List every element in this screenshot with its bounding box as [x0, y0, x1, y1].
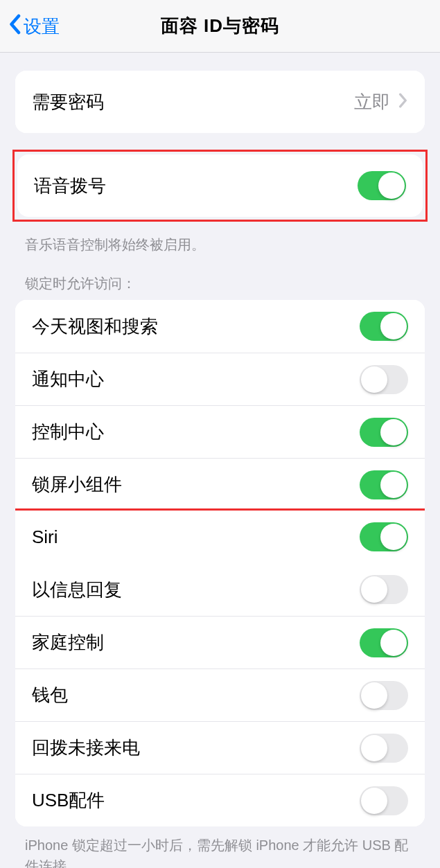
lock-item-label: 以信息回复 — [32, 578, 122, 602]
lock-item-toggle[interactable] — [360, 365, 408, 394]
lock-item-row[interactable]: 通知中心 — [15, 353, 425, 405]
lock-item-toggle[interactable] — [360, 312, 408, 341]
lock-item-label: 今天视图和搜索 — [32, 315, 158, 339]
lock-item-label: 通知中心 — [32, 367, 104, 391]
lock-item-row[interactable]: 以信息回复 — [15, 563, 425, 616]
page-title: 面容 ID与密码 — [161, 14, 279, 38]
lock-item-label: 回拨未接来电 — [32, 736, 140, 760]
navbar: 设置 面容 ID与密码 — [0, 0, 440, 53]
lock-access-group: 今天视图和搜索通知中心控制中心锁屏小组件Siri以信息回复家庭控制钱包回拨未接来… — [15, 300, 425, 826]
lock-item-row[interactable]: USB配件 — [15, 774, 425, 826]
lock-item-label: 控制中心 — [32, 420, 104, 444]
back-button[interactable]: 设置 — [8, 0, 60, 53]
lock-item-toggle[interactable] — [360, 681, 408, 710]
voice-dial-toggle[interactable] — [358, 171, 406, 200]
lock-item-label: 家庭控制 — [32, 630, 104, 655]
lock-item-row[interactable]: 钱包 — [15, 668, 425, 721]
lock-item-toggle[interactable] — [360, 418, 408, 447]
lock-item-label: 锁屏小组件 — [32, 472, 122, 497]
lock-item-label: 钱包 — [32, 683, 68, 707]
lock-item-label: USB配件 — [32, 788, 105, 813]
voice-dial-footer: 音乐语音控制将始终被启用。 — [25, 234, 415, 255]
lock-item-toggle[interactable] — [360, 575, 408, 604]
lock-item-toggle[interactable] — [360, 628, 408, 657]
lock-item-row[interactable]: 锁屏小组件 — [15, 458, 425, 511]
lock-item-toggle[interactable] — [360, 786, 408, 815]
lock-item-label: Siri — [32, 526, 58, 548]
lock-item-row[interactable]: 家庭控制 — [15, 616, 425, 668]
lock-item-row[interactable]: 回拨未接来电 — [15, 721, 425, 774]
usb-footer: iPhone 锁定超过一小时后，需先解锁 iPhone 才能允许 USB 配件连… — [25, 835, 415, 868]
require-passcode-label: 需要密码 — [32, 90, 104, 114]
voice-dial-label: 语音拨号 — [34, 174, 106, 198]
lock-access-header: 锁定时允许访问： — [25, 274, 415, 293]
lock-item-row[interactable]: 今天视图和搜索 — [15, 300, 425, 353]
lock-item-toggle[interactable] — [360, 734, 408, 763]
back-label: 设置 — [24, 15, 60, 39]
chevron-left-icon — [8, 14, 21, 39]
lock-item-row[interactable]: Siri — [15, 511, 425, 563]
lock-item-toggle[interactable] — [360, 522, 408, 551]
require-passcode-row[interactable]: 需要密码 立即 — [15, 71, 425, 133]
lock-item-row[interactable]: 控制中心 — [15, 405, 425, 458]
content: 需要密码 立即 语音拨号 音乐语音控制将始终被 — [0, 71, 440, 868]
require-passcode-group: 需要密码 立即 — [15, 71, 425, 133]
chevron-right-icon — [398, 91, 408, 113]
siri-highlight: Siri — [15, 508, 425, 565]
voice-dial-highlight: 语音拨号 — [15, 145, 425, 226]
voice-dial-row[interactable]: 语音拨号 — [17, 154, 423, 217]
lock-item-toggle[interactable] — [360, 470, 408, 499]
require-passcode-value: 立即 — [354, 90, 408, 114]
